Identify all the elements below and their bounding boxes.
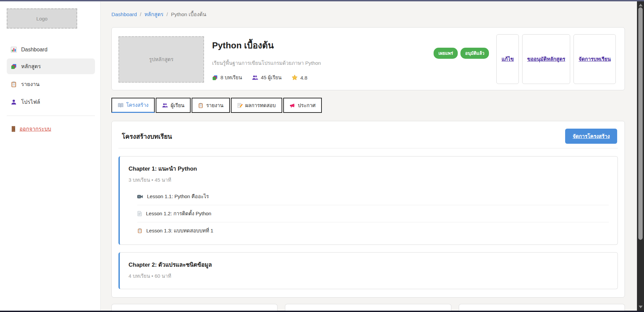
- bottom-card-3: [459, 304, 625, 311]
- star-icon: [292, 75, 298, 81]
- request-approval-label: ขออนุมัติหลักสูตร: [527, 55, 565, 63]
- edit-course-button[interactable]: แก้ไข: [496, 34, 519, 84]
- lesson-list: Lesson 1.1: Python คืออะไร Lesson 1.2: ก…: [137, 188, 609, 239]
- vertical-scrollbar[interactable]: [637, 1, 644, 311]
- books-icon: [11, 63, 17, 70]
- sidebar-item-label: Dashboard: [21, 47, 47, 53]
- course-info: Python เบื้องต้น เรียนรู้พื้นฐานการเขียน…: [212, 36, 434, 82]
- chapter-title: Chapter 2: ตัวแปรและชนิดข้อมูล: [129, 260, 609, 269]
- course-stats: 8 บทเรียน 45 ผู้เรียน 4.8: [212, 74, 434, 82]
- stat-lessons: 8 บทเรียน: [212, 74, 242, 82]
- scrollbar-down-arrow[interactable]: [639, 306, 643, 308]
- sidebar-item-profile[interactable]: โปรไฟล์: [7, 94, 95, 110]
- lesson-row-1-1[interactable]: Lesson 1.1: Python คืออะไร: [137, 188, 609, 205]
- lesson-row-1-2[interactable]: Lesson 1.2: การติดตั้ง Python: [137, 205, 609, 222]
- sidebar-item-label: หลักสูตร: [21, 62, 41, 71]
- request-approval-button[interactable]: ขออนุมัติหลักสูตร: [522, 34, 570, 84]
- people-icon: [252, 75, 258, 80]
- manage-lessons-label: จัดการบทเรียน: [579, 55, 611, 63]
- status-badge-published: เผยแพร่: [434, 48, 458, 59]
- course-title: Python เบื้องต้น: [212, 38, 434, 52]
- sidebar-item-courses[interactable]: หลักสูตร: [7, 58, 95, 74]
- sidebar-item-reports[interactable]: รายงาน: [7, 76, 95, 92]
- stat-rating-value: 4.8: [300, 75, 307, 81]
- manage-structure-button[interactable]: จัดการโครงสร้าง: [565, 129, 617, 144]
- course-image-placeholder: รูปหลักสูตร: [118, 36, 204, 83]
- chapter-title: Chapter 1: แนะนำ Python: [129, 164, 609, 173]
- clipboard-icon: [137, 228, 142, 233]
- bottom-card-1: [111, 304, 278, 311]
- manage-lessons-button[interactable]: จัดการบทเรียน: [574, 34, 616, 84]
- breadcrumb-link-courses[interactable]: หลักสูตร: [144, 10, 163, 18]
- tab-label: ผลการทดสอบ: [245, 101, 276, 109]
- app-window: Logo Dashboard หลักสูตร: [0, 0, 644, 312]
- tab-students[interactable]: ผู้เรียน: [156, 98, 191, 113]
- breadcrumb-separator: /: [163, 11, 171, 17]
- logout-label: ออกจากระบบ: [19, 125, 51, 133]
- tab-announcements[interactable]: ประกาศ: [283, 98, 322, 113]
- top-accent-bar: [0, 0, 644, 1]
- bottom-card-2: [285, 304, 451, 311]
- sidebar: Logo Dashboard หลักสูตร: [0, 1, 101, 311]
- structure-card: โครงสร้างบทเรียน จัดการโครงสร้าง Chapter…: [111, 121, 625, 298]
- people-icon: [162, 103, 168, 108]
- scrollbar-thumb[interactable]: [638, 7, 643, 240]
- stat-students-value: 45 ผู้เรียน: [261, 74, 282, 82]
- door-icon: [11, 126, 16, 132]
- logout-link[interactable]: ออกจากระบบ: [11, 125, 51, 133]
- person-icon: [11, 99, 17, 105]
- chapter-list: Chapter 1: แนะนำ Python 3 บทเรียน • 45 น…: [118, 156, 618, 289]
- sidebar-item-dashboard[interactable]: Dashboard: [7, 43, 95, 56]
- bottom-card-row: [111, 304, 625, 311]
- sidebar-item-label: รายงาน: [21, 80, 40, 88]
- breadcrumb-link-dashboard[interactable]: Dashboard: [111, 11, 137, 17]
- bottom-edge-bar: [0, 311, 644, 312]
- video-camera-icon: [137, 194, 143, 199]
- structure-divider: [118, 148, 618, 148]
- bar-chart-icon: [11, 47, 17, 53]
- chapter-card-2[interactable]: Chapter 2: ตัวแปรและชนิดข้อมูล 4 บทเรียน…: [118, 252, 618, 289]
- lesson-title: Lesson 1.2: การติดตั้ง Python: [146, 210, 211, 218]
- status-badge-approved: อนุมัติแล้ว: [460, 48, 489, 59]
- breadcrumb: Dashboard / หลักสูตร / Python เบื้องต้น: [111, 10, 625, 18]
- chapter-meta: 3 บทเรียน • 45 นาที: [129, 176, 609, 184]
- open-book-icon: [118, 103, 123, 108]
- tab-label: ผู้เรียน: [170, 101, 184, 109]
- tab-test-results[interactable]: ผลการทดสอบ: [231, 98, 282, 113]
- books-icon: [212, 75, 218, 81]
- course-image-label: รูปหลักสูตร: [149, 55, 174, 63]
- stat-lessons-value: 8 บทเรียน: [220, 74, 242, 82]
- course-description: เรียนรู้พื้นฐานการเขียนโปรแกรมด้วยภาษา P…: [212, 59, 434, 67]
- sidebar-divider: [7, 116, 95, 116]
- course-actions: แก้ไข ขออนุมัติหลักสูตร จัดการบทเรียน: [496, 34, 616, 84]
- structure-title: โครงสร้างบทเรียน: [122, 131, 172, 141]
- clipboard-icon: [11, 81, 17, 87]
- breadcrumb-separator: /: [137, 11, 144, 17]
- clipboard-icon: [198, 103, 203, 108]
- breadcrumb-current: Python เบื้องต้น: [171, 10, 206, 18]
- stat-students: 45 ผู้เรียน: [252, 74, 282, 82]
- megaphone-icon: [290, 103, 295, 108]
- lesson-title: Lesson 1.3: แบบทดสอบบทที่ 1: [146, 227, 213, 235]
- chapter-card-1[interactable]: Chapter 1: แนะนำ Python 3 บทเรียน • 45 น…: [118, 156, 618, 245]
- tab-label: รายงาน: [206, 101, 223, 109]
- lesson-row-1-3[interactable]: Lesson 1.3: แบบทดสอบบทที่ 1: [137, 222, 609, 239]
- status-badges: เผยแพร่ อนุมัติแล้ว: [434, 48, 489, 59]
- scrollbar-up-arrow[interactable]: [639, 4, 643, 6]
- edit-course-label: แก้ไข: [501, 55, 514, 63]
- tab-structure[interactable]: โครงสร้าง: [111, 98, 155, 113]
- sidebar-item-label: โปรไฟล์: [21, 98, 40, 106]
- logo-label: Logo: [36, 16, 47, 21]
- sidebar-nav: Dashboard หลักสูตร รายงาน: [7, 42, 95, 111]
- document-icon: [137, 211, 142, 216]
- course-tabs: โครงสร้าง ผู้เรียน รายงาน: [111, 98, 625, 113]
- logo-placeholder: Logo: [7, 8, 77, 29]
- chapter-meta: 4 บทเรียน • 60 นาที: [129, 272, 609, 280]
- tab-reports[interactable]: รายงาน: [192, 98, 230, 113]
- stat-rating: 4.8: [292, 75, 307, 81]
- tab-label: ประกาศ: [298, 101, 316, 109]
- main-content: Dashboard / หลักสูตร / Python เบื้องต้น …: [101, 1, 637, 311]
- tab-label: โครงสร้าง: [126, 101, 148, 109]
- memo-pencil-icon: [237, 103, 243, 108]
- structure-header: โครงสร้างบทเรียน จัดการโครงสร้าง: [118, 129, 618, 144]
